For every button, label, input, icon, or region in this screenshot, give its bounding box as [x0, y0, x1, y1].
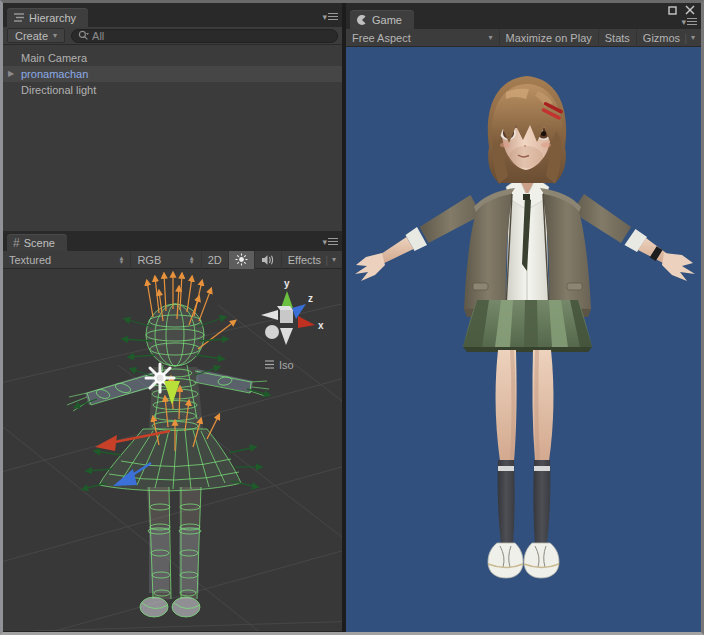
scene-wireframe-character [67, 273, 269, 617]
axis-x-label: x [318, 320, 324, 331]
sun-icon [235, 253, 248, 266]
chevron-down-icon: ▾ [691, 33, 695, 42]
game-panel-menu[interactable]: ▾ [681, 16, 697, 27]
scene-lighting-button[interactable] [229, 251, 255, 269]
scene-render: y z x Iso [3, 269, 342, 631]
hierarchy-tabbar: Hierarchy ▾ [3, 3, 342, 27]
tab-hierarchy[interactable]: Hierarchy [7, 8, 88, 27]
create-button[interactable]: Create ▾ [7, 28, 65, 43]
chevron-down-icon: ▾ [332, 255, 336, 264]
scene-panel: # Scene ▾ Textured ▲▼ RGB ▲▼ 2D [3, 231, 342, 632]
close-window-icon[interactable] [685, 5, 695, 15]
hierarchy-item-main-camera[interactable]: Main Camera [3, 50, 342, 66]
create-button-label: Create [15, 30, 48, 42]
hierarchy-toolbar: Create ▾ [3, 27, 342, 45]
effects-label: Effects [288, 254, 321, 266]
scene-tabbar: # Scene ▾ [3, 231, 342, 251]
game-icon [356, 14, 368, 26]
chevron-down-icon: ▾ [322, 12, 327, 22]
maximize-window-icon[interactable] [668, 6, 677, 15]
game-panel: Game ▾ Free Aspect ▾ Maximiz [346, 3, 701, 632]
projection-label: Iso [279, 359, 294, 371]
gizmos-dropdown[interactable]: Gizmos | ▾ [637, 29, 701, 47]
hierarchy-item-pronamachan[interactable]: ▶ pronamachan [3, 66, 342, 82]
scene-grid-icon: # [13, 236, 20, 250]
search-icon [78, 30, 89, 41]
updown-arrows-icon: ▲▼ [189, 256, 195, 264]
hierarchy-tab-label: Hierarchy [29, 12, 76, 24]
maximize-on-play-label: Maximize on Play [506, 32, 592, 44]
sock-left [498, 460, 515, 544]
menu-icon [687, 16, 697, 27]
aspect-ratio-label: Free Aspect [352, 32, 411, 44]
game-viewport[interactable] [346, 47, 701, 632]
hierarchy-item-directional-light[interactable]: Directional light [3, 82, 342, 98]
scene-audio-button[interactable] [255, 251, 282, 269]
menu-icon [328, 236, 338, 247]
toggle-2d-label: 2D [208, 254, 222, 266]
hierarchy-item-label: Main Camera [21, 52, 87, 64]
axis-y-cone[interactable] [281, 291, 293, 308]
gizmos-label: Gizmos [643, 32, 680, 44]
game-tabbar: Game ▾ [346, 3, 701, 29]
hierarchy-item-label: pronamachan [21, 68, 88, 80]
game-render [346, 47, 701, 632]
stats-button[interactable]: Stats [599, 29, 637, 47]
shoes [488, 543, 559, 578]
chevron-down-icon: ▾ [489, 33, 493, 42]
shading-mode-dropdown[interactable]: Textured ▲▼ [3, 251, 131, 269]
unity-editor-window: Hierarchy ▾ Create ▾ Ma [0, 0, 704, 635]
search-input[interactable] [92, 30, 331, 42]
axis-gizmo[interactable]: y z x [261, 278, 324, 345]
toggle-2d-button[interactable]: 2D [202, 251, 229, 269]
chevron-down-icon: ▾ [53, 31, 57, 40]
hierarchy-panel-menu[interactable]: ▾ [322, 11, 338, 22]
sock-right [533, 460, 550, 544]
speaker-icon [261, 254, 275, 266]
hierarchy-icon [13, 12, 25, 23]
tab-game[interactable]: Game [350, 10, 414, 29]
game-character [355, 76, 695, 578]
chevron-down-icon: ▾ [322, 237, 327, 247]
render-channel-label: RGB [137, 254, 161, 266]
hierarchy-item-label: Directional light [21, 84, 96, 96]
search-box[interactable] [71, 29, 338, 43]
hierarchy-panel: Hierarchy ▾ Create ▾ Ma [3, 3, 342, 231]
updown-arrows-icon: ▲▼ [118, 256, 124, 264]
scene-toolbar: Textured ▲▼ RGB ▲▼ 2D [3, 251, 342, 269]
maximize-on-play-button[interactable]: Maximize on Play [499, 29, 599, 47]
scene-tab-label: Scene [24, 237, 55, 249]
axis-z-label: z [308, 293, 313, 304]
menu-icon [328, 11, 338, 22]
scene-panel-menu[interactable]: ▾ [322, 236, 338, 247]
aspect-ratio-dropdown[interactable]: Free Aspect ▾ [346, 29, 499, 47]
chevron-down-icon: ▾ [681, 17, 686, 27]
hierarchy-list: Main Camera ▶ pronamachan Directional li… [3, 45, 342, 231]
foldout-arrow-icon[interactable]: ▶ [8, 69, 14, 78]
game-toolbar: Free Aspect ▾ Maximize on Play Stats Giz… [346, 29, 701, 47]
tab-scene[interactable]: # Scene [7, 234, 67, 251]
axis-y-label: y [284, 278, 290, 289]
scene-viewport[interactable]: y z x Iso [3, 269, 342, 631]
render-channel-dropdown[interactable]: RGB ▲▼ [131, 251, 201, 269]
game-tab-label: Game [372, 14, 402, 26]
projection-toggle[interactable]: Iso [265, 359, 294, 371]
effects-dropdown[interactable]: Effects | ▾ [282, 251, 342, 269]
axis-x-cone[interactable] [298, 316, 315, 328]
shading-mode-label: Textured [9, 254, 51, 266]
stats-label: Stats [605, 32, 630, 44]
